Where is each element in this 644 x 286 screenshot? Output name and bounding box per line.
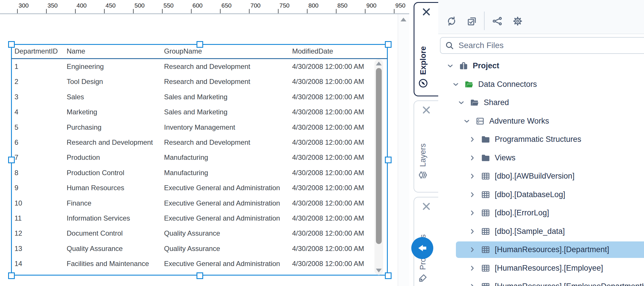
tree-item-label[interactable]: Project bbox=[473, 61, 499, 70]
table-cell: 4/30/2008 12:00:00 AM bbox=[292, 196, 364, 211]
table-row: 6Research and DevelopmentResearch and De… bbox=[12, 135, 374, 150]
ruler-tick-label: 850 bbox=[337, 2, 348, 9]
selected-table-element[interactable]: DepartmentIDNameGroupNameModifiedDate 1E… bbox=[11, 44, 388, 276]
table-cell: 5 bbox=[14, 120, 18, 135]
toolbar-divider bbox=[484, 12, 485, 30]
resize-handle-bottom-center[interactable] bbox=[197, 272, 203, 279]
tree-item-dbo-awbuildversion[interactable]: [dbo].[AWBuildVersion] bbox=[438, 167, 644, 186]
tree-item-dbo-databaselog[interactable]: [dbo].[DatabaseLog] bbox=[438, 186, 644, 204]
arrow-left-icon bbox=[417, 243, 428, 253]
table-icon bbox=[481, 190, 490, 199]
canvas-scrollbar[interactable] bbox=[398, 14, 410, 286]
resize-handle-bottom-left[interactable] bbox=[8, 272, 15, 279]
tree-item-label[interactable]: Adventure Works bbox=[489, 117, 549, 126]
table-cell: Quality Assurance bbox=[164, 241, 220, 256]
tree-item-humanresources-department[interactable]: [HumanResources].[Department] bbox=[438, 241, 644, 259]
table-row: 12Document ControlQuality Assurance4/30/… bbox=[12, 226, 374, 241]
table-cell: 4/30/2008 12:00:00 AM bbox=[292, 241, 364, 256]
canvas-scroll-up-icon[interactable] bbox=[401, 18, 406, 21]
chevron-right-icon[interactable] bbox=[468, 154, 476, 162]
search-input[interactable] bbox=[458, 41, 621, 50]
collapse-panel-button[interactable] bbox=[411, 237, 433, 259]
table-scroll-down-icon[interactable] bbox=[376, 269, 382, 272]
table-cell: Document Control bbox=[67, 226, 123, 241]
ruler-tick-label: 800 bbox=[308, 2, 319, 9]
table-icon bbox=[481, 208, 490, 218]
tree-item-project[interactable]: Project bbox=[438, 57, 644, 75]
tree-item-data-connectors[interactable]: Data Connectors bbox=[438, 75, 644, 94]
tree-item-label[interactable]: [HumanResources].[Employee] bbox=[495, 264, 603, 273]
tree-item-label[interactable]: [dbo].[Sample_data] bbox=[495, 227, 565, 236]
table-row: 7ProductionManufacturing4/30/2008 12:00:… bbox=[12, 150, 374, 165]
briefcase-icon bbox=[459, 61, 468, 71]
table-scrollbar-thumb[interactable] bbox=[376, 68, 382, 244]
table-cell: 10 bbox=[14, 196, 22, 211]
tree-item-programmatic-structures[interactable]: Programmatic Structures bbox=[438, 130, 644, 149]
design-canvas[interactable]: 3003504004505005506006507007508008509009… bbox=[0, 0, 409, 286]
resize-handle-top-center[interactable] bbox=[197, 41, 203, 48]
resize-handle-top-left[interactable] bbox=[8, 41, 15, 48]
tree-item-dbo-sample-data[interactable]: [dbo].[Sample_data] bbox=[438, 222, 644, 241]
chevron-right-icon[interactable] bbox=[468, 246, 476, 254]
tree-item-label[interactable]: Data Connectors bbox=[478, 80, 537, 89]
chevron-right-icon[interactable] bbox=[468, 228, 476, 235]
tree-item-label[interactable]: [dbo].[DatabaseLog] bbox=[495, 190, 565, 199]
batch-check-icon[interactable] bbox=[467, 16, 477, 26]
tree-item-humanresources-employeedepartmenthistory[interactable]: [HumanResources].[EmployeeDepartmentHist… bbox=[438, 277, 644, 286]
ruler-tick bbox=[75, 9, 76, 13]
ruler-tick bbox=[307, 9, 308, 13]
tree-item-views[interactable]: Views bbox=[438, 149, 644, 167]
tree-item-humanresources-employee[interactable]: [HumanResources].[Employee] bbox=[438, 259, 644, 278]
resize-handle-bottom-right[interactable] bbox=[385, 272, 392, 279]
search-files-box[interactable] bbox=[440, 37, 644, 54]
table-row: 9Human ResourcesExecutive General and Ad… bbox=[12, 180, 374, 195]
chevron-right-icon[interactable] bbox=[468, 264, 476, 272]
tree-item-label[interactable]: [HumanResources].[Department] bbox=[495, 245, 609, 254]
settings-icon[interactable] bbox=[512, 16, 523, 26]
tree-item-dbo-errorlog[interactable]: [dbo].[ErrorLog] bbox=[438, 204, 644, 222]
table-cell: Executive General and Administration bbox=[164, 196, 280, 211]
table-cell: 4/30/2008 12:00:00 AM bbox=[292, 165, 364, 180]
tree-item-label[interactable]: Programmatic Structures bbox=[495, 135, 581, 144]
chevron-right-icon[interactable] bbox=[468, 135, 476, 143]
resize-handle-top-right[interactable] bbox=[385, 41, 392, 48]
table-scrollbar[interactable] bbox=[374, 59, 383, 275]
share-icon[interactable] bbox=[492, 16, 503, 26]
close-explore-icon[interactable] bbox=[421, 7, 431, 17]
tree-item-label[interactable]: Shared bbox=[484, 98, 509, 107]
tab-layers-label[interactable]: Layers bbox=[419, 143, 427, 167]
table-row: 13Quality AssuranceQuality Assurance4/30… bbox=[12, 241, 374, 256]
resize-handle-mid-right[interactable] bbox=[385, 157, 392, 163]
tab-explore-label[interactable]: Explore bbox=[419, 46, 428, 75]
tree-item-label[interactable]: [dbo].[AWBuildVersion] bbox=[495, 172, 574, 181]
resize-handle-mid-left[interactable] bbox=[8, 157, 15, 163]
table-icon bbox=[481, 245, 490, 254]
ruler-tick bbox=[191, 9, 192, 13]
layers-icon bbox=[418, 170, 427, 180]
refresh-icon[interactable] bbox=[446, 16, 457, 26]
chevron-down-icon[interactable] bbox=[446, 62, 454, 70]
table-cell: 3 bbox=[14, 89, 18, 104]
tree-item-adventure-works[interactable]: Adventure Works bbox=[438, 112, 644, 131]
close-properties-icon[interactable] bbox=[421, 201, 431, 211]
table-cell: Manufacturing bbox=[164, 150, 208, 165]
chevron-right-icon[interactable] bbox=[468, 209, 476, 217]
chevron-down-icon[interactable] bbox=[457, 99, 465, 107]
tree-item-shared[interactable]: Shared bbox=[438, 94, 644, 112]
table-cell: 2 bbox=[14, 74, 18, 89]
table-cell: 13 bbox=[14, 241, 22, 256]
tree-item-label[interactable]: [dbo].[ErrorLog] bbox=[495, 208, 549, 217]
ruler-tick bbox=[336, 9, 336, 13]
chevron-down-icon[interactable] bbox=[452, 80, 460, 88]
table-cell: Purchasing bbox=[67, 120, 101, 135]
chevron-right-icon[interactable] bbox=[468, 172, 476, 180]
close-layers-icon[interactable] bbox=[421, 105, 431, 115]
table-scroll-up-icon[interactable] bbox=[376, 62, 382, 65]
table-cell: Research and Development bbox=[164, 74, 250, 89]
table-cell: Engineering bbox=[67, 59, 104, 74]
chevron-down-icon[interactable] bbox=[463, 117, 471, 125]
tree-item-label[interactable]: Views bbox=[495, 153, 516, 162]
chevron-right-icon[interactable] bbox=[468, 283, 476, 286]
chevron-right-icon[interactable] bbox=[468, 191, 476, 199]
tree-item-label[interactable]: [HumanResources].[EmployeeDepartmentHist… bbox=[495, 282, 644, 286]
